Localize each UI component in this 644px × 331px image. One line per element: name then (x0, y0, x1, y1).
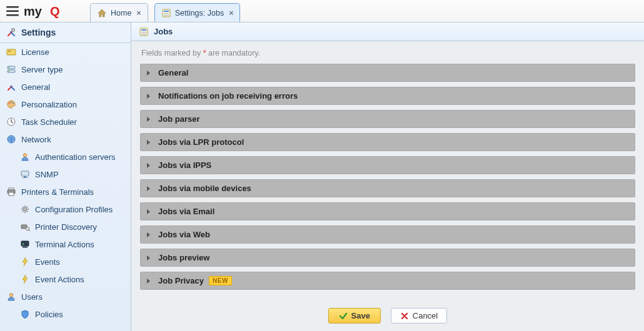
discovery-icon (20, 222, 30, 232)
main-title: Jobs (154, 27, 173, 36)
settings-icon (6, 27, 16, 37)
svg-rect-0 (6, 6, 19, 8)
panel-jobs-ipps[interactable]: Jobs via IPPS (140, 156, 635, 174)
svg-rect-22 (21, 171, 29, 176)
svg-rect-6 (164, 11, 169, 12)
new-badge: NEW (209, 276, 232, 285)
snmp-icon (20, 169, 30, 179)
svg-rect-8 (164, 15, 169, 16)
main: Jobs Fields marked by * are mandatory. G… (131, 22, 644, 331)
sidebar-item-events[interactable]: Events (0, 253, 131, 270)
cancel-button[interactable]: Cancel (391, 308, 447, 324)
home-icon (97, 8, 107, 18)
button-label: Save (351, 311, 370, 320)
printer-icon (6, 187, 16, 197)
svg-point-30 (26, 227, 29, 230)
panel-general[interactable]: General (140, 64, 635, 82)
sidebar-item-label: Terminal Actions (35, 240, 94, 249)
tab-home[interactable]: Home × (90, 3, 148, 22)
tab-settings-jobs[interactable]: Settings: Jobs × (154, 3, 241, 22)
x-icon (400, 312, 409, 320)
check-icon (339, 312, 348, 320)
panel-title: Jobs via mobile devices (158, 184, 251, 193)
panel-jobs-preview[interactable]: Jobs preview (140, 249, 635, 267)
palette-icon (6, 99, 16, 109)
button-label: Cancel (413, 311, 438, 320)
sidebar-item-general[interactable]: General (0, 78, 131, 96)
sidebar-item-snmp[interactable]: SNMP (0, 166, 131, 183)
sidebar-item-label: Policies (35, 310, 63, 319)
user-icon (6, 292, 16, 302)
logo[interactable]: my Q (24, 4, 73, 18)
svg-rect-2 (6, 14, 19, 16)
gear-icon (20, 204, 30, 214)
svg-point-14 (9, 67, 10, 68)
chevron-right-icon (146, 139, 152, 146)
chevron-right-icon (146, 209, 152, 215)
panel-title: Notifications on job receiving errors (158, 91, 298, 101)
panel-title: Jobs via Email (158, 207, 214, 216)
panel-jobs-lpr[interactable]: Jobs via LPR protocol (140, 133, 635, 151)
panel-notifications[interactable]: Notifications on job receiving errors (140, 87, 635, 105)
svg-text:Q: Q (50, 4, 60, 18)
sidebar-item-auth-servers[interactable]: Authentication servers (0, 148, 131, 166)
panel-jobs-email[interactable]: Jobs via Email (140, 202, 635, 220)
sidebar-item-label: Authentication servers (35, 152, 116, 162)
main-header: Jobs (131, 22, 644, 41)
svg-rect-35 (141, 29, 146, 31)
sidebar-item-task-scheduler[interactable]: Task Scheduler (0, 113, 131, 131)
sidebar-item-terminal-actions[interactable]: Terminal Actions (0, 235, 131, 253)
sidebar-item-personalization[interactable]: Personalization (0, 96, 131, 113)
server-icon (6, 64, 16, 74)
sidebar-item-label: Server type (21, 65, 63, 74)
settings-tab-icon (161, 8, 171, 18)
svg-point-15 (9, 71, 10, 72)
sidebar-item-printer-discovery[interactable]: Printer Discovery (0, 218, 131, 235)
sidebar-item-license[interactable]: License (0, 43, 131, 61)
save-button[interactable]: Save (328, 308, 381, 324)
svg-point-18 (13, 102, 14, 104)
sidebar-item-policies[interactable]: Policies (0, 305, 131, 323)
sidebar-item-label: Users (21, 292, 43, 302)
svg-point-21 (23, 154, 27, 157)
mandatory-note: Fields marked by * are mandatory. (141, 49, 635, 57)
hamburger-icon (6, 6, 19, 16)
license-icon (6, 47, 16, 57)
panel-title: Jobs via IPPS (158, 161, 211, 170)
panel-title: Jobs preview (158, 253, 209, 262)
panel-title: Jobs via Web (158, 230, 210, 239)
svg-rect-11 (8, 51, 11, 52)
svg-rect-7 (164, 13, 169, 14)
svg-rect-36 (141, 32, 146, 32)
svg-rect-1 (6, 10, 19, 12)
sidebar-item-label: Event Actions (35, 275, 84, 284)
sidebar-item-label: Configuration Profiles (35, 205, 113, 214)
globe-icon (6, 134, 16, 144)
menu-button[interactable] (5, 4, 20, 19)
svg-rect-23 (24, 176, 26, 177)
tab-label: Settings: Jobs (175, 9, 224, 17)
sidebar-item-printers-terminals[interactable]: Printers & Terminals (0, 183, 131, 200)
panel-job-privacy[interactable]: Job Privacy NEW (140, 272, 635, 290)
footer-actions: Save Cancel (131, 303, 644, 331)
shield-icon (20, 309, 30, 319)
sidebar-item-config-profiles[interactable]: Configuration Profiles (0, 200, 131, 218)
sidebar-item-network[interactable]: Network (0, 131, 131, 148)
svg-text:my: my (24, 4, 43, 18)
svg-point-33 (9, 294, 13, 297)
lightning-icon (20, 274, 30, 284)
panel-title: Job Privacy (158, 276, 204, 285)
panel-job-parser[interactable]: Job parser (140, 110, 635, 128)
close-icon[interactable]: × (136, 9, 141, 17)
terminal-icon (20, 239, 30, 249)
panel-jobs-web[interactable]: Jobs via Web (140, 225, 635, 244)
close-icon[interactable]: × (229, 9, 233, 17)
chevron-right-icon (146, 162, 152, 169)
panel-jobs-mobile[interactable]: Jobs via mobile devices (140, 179, 635, 197)
sidebar-item-label: Personalization (21, 100, 77, 109)
sidebar-item-event-actions[interactable]: Event Actions (0, 270, 131, 288)
sidebar-item-label: Task Scheduler (21, 117, 77, 127)
svg-rect-10 (7, 49, 16, 55)
sidebar-item-users[interactable]: Users (0, 288, 131, 305)
sidebar-item-server-type[interactable]: Server type (0, 61, 131, 78)
